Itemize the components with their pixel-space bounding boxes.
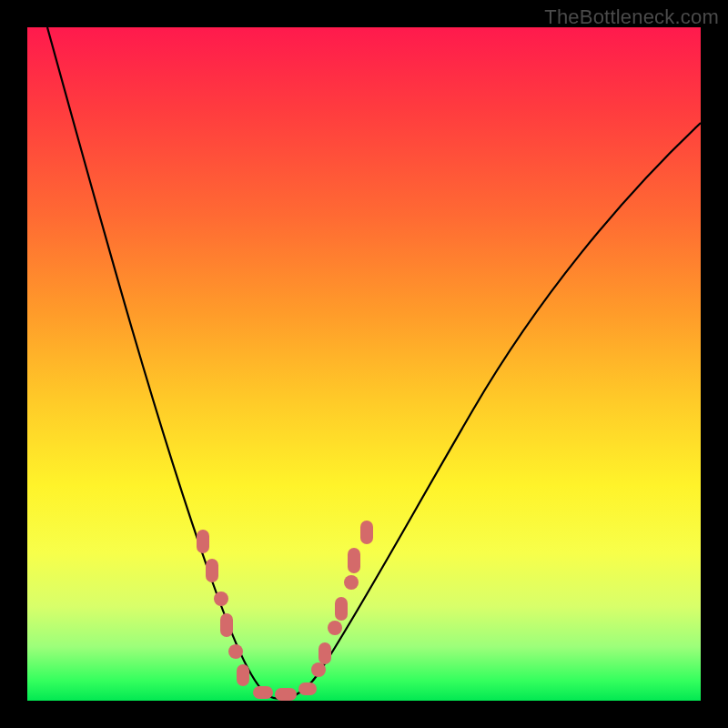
svg-rect-8 xyxy=(298,682,317,695)
svg-rect-14 xyxy=(348,548,360,573)
svg-rect-12 xyxy=(335,597,348,621)
watermark-text: TheBottleneck.com xyxy=(544,5,719,29)
plot-area xyxy=(27,27,701,701)
svg-rect-0 xyxy=(197,530,209,553)
svg-point-13 xyxy=(344,575,359,590)
bottleneck-curve-path xyxy=(47,27,701,699)
svg-point-2 xyxy=(214,592,228,606)
svg-rect-1 xyxy=(206,559,218,582)
svg-point-11 xyxy=(328,621,342,635)
svg-rect-10 xyxy=(318,642,331,664)
svg-rect-7 xyxy=(275,688,297,701)
outer-frame: TheBottleneck.com xyxy=(0,0,728,728)
svg-rect-5 xyxy=(237,664,249,686)
bottleneck-curve-svg xyxy=(27,27,701,701)
svg-rect-6 xyxy=(253,686,273,699)
svg-rect-15 xyxy=(360,521,373,544)
svg-rect-3 xyxy=(220,613,233,637)
svg-point-4 xyxy=(228,644,243,659)
svg-point-9 xyxy=(311,662,326,677)
